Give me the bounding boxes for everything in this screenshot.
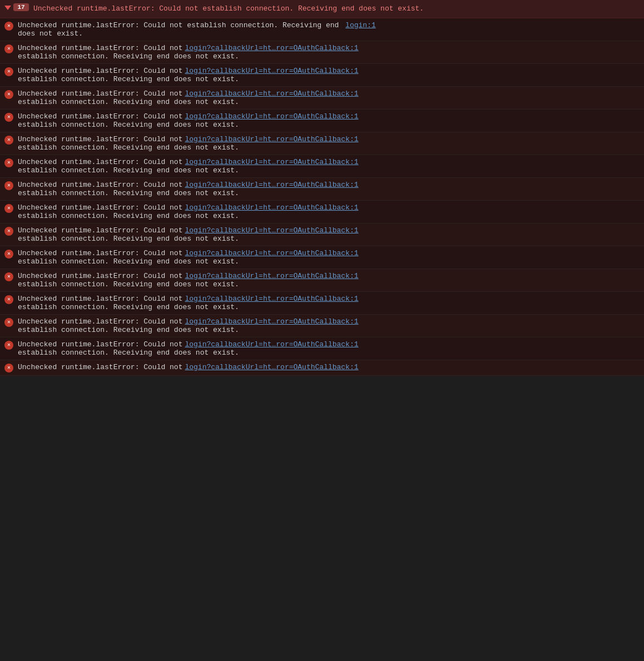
error-source-link[interactable]: login?callbackUrl=ht…ror=OAuthCallback:1 <box>185 272 358 280</box>
error-row-partial: Unchecked runtime.lastError: Could notlo… <box>0 360 644 376</box>
error-icon <box>4 295 13 304</box>
error-source-link[interactable]: login?callbackUrl=ht…ror=OAuthCallback:1 <box>185 181 358 189</box>
error-text-block: Unchecked runtime.lastError: Could notlo… <box>18 90 640 106</box>
error-message-text: Unchecked runtime.lastError: Could not <box>18 44 182 52</box>
error-text-block: Unchecked runtime.lastError: Could notlo… <box>18 135 640 152</box>
error-line-1: Unchecked runtime.lastError: Could notlo… <box>18 363 640 371</box>
error-icon <box>4 272 13 281</box>
error-message-text: Unchecked runtime.lastError: Could not <box>18 340 182 349</box>
error-source-link[interactable]: login?callbackUrl=ht…ror=OAuthCallback:1 <box>185 90 358 98</box>
error-line-2: establish connection. Receiving end does… <box>18 257 640 266</box>
error-line-2: establish connection. Receiving end does… <box>18 349 640 357</box>
error-icon <box>4 364 13 372</box>
error-line-2: establish connection. Receiving end does… <box>18 143 640 152</box>
error-text-block: Unchecked runtime.lastError: Could notlo… <box>18 203 640 220</box>
error-line-1: Unchecked runtime.lastError: Could notlo… <box>18 67 640 75</box>
error-text-block: Unchecked runtime.lastError: Could notlo… <box>18 317 640 334</box>
error-message-text: Unchecked runtime.lastError: Could not <box>18 363 182 371</box>
error-message-text: Unchecked runtime.lastError: Could not <box>18 181 182 189</box>
error-message-text: Unchecked runtime.lastError: Could not <box>18 317 182 326</box>
error-row: Unchecked runtime.lastError: Could notlo… <box>0 223 644 246</box>
error-row: Unchecked runtime.lastError: Could notlo… <box>0 269 644 292</box>
error-message-text: Unchecked runtime.lastError: Could not <box>18 249 182 257</box>
error-message-text: Unchecked runtime.lastError: Could not <box>18 295 182 303</box>
error-line-1: Unchecked runtime.lastError: Could not e… <box>18 21 640 29</box>
error-count-badge: 17 <box>13 3 29 11</box>
error-source-link[interactable]: login?callbackUrl=ht…ror=OAuthCallback:1 <box>185 67 358 75</box>
summary-badge: 17 <box>4 3 29 11</box>
error-row: Unchecked runtime.lastError: Could notlo… <box>0 178 644 201</box>
error-line-2: establish connection. Receiving end does… <box>18 121 640 129</box>
error-text-block: Unchecked runtime.lastError: Could notlo… <box>18 158 640 175</box>
error-icon <box>4 250 13 259</box>
error-line-1: Unchecked runtime.lastError: Could notlo… <box>18 44 640 52</box>
error-line-2: establish connection. Receiving end does… <box>18 189 640 197</box>
error-text-block: Unchecked runtime.lastError: Could notlo… <box>18 340 640 357</box>
error-icon <box>4 341 13 350</box>
error-line-2: does not exist. <box>18 29 640 38</box>
error-line-1: Unchecked runtime.lastError: Could notlo… <box>18 181 640 189</box>
collapse-arrow-icon[interactable] <box>4 6 11 10</box>
error-source-link[interactable]: login?callbackUrl=ht…ror=OAuthCallback:1 <box>185 158 358 166</box>
error-line-2: establish connection. Receiving end does… <box>18 235 640 243</box>
error-message-text: Unchecked runtime.lastError: Could not <box>18 67 182 75</box>
error-row: Unchecked runtime.lastError: Could notlo… <box>0 64 644 87</box>
error-line-1: Unchecked runtime.lastError: Could notlo… <box>18 272 640 280</box>
error-text-block: Unchecked runtime.lastError: Could notlo… <box>18 226 640 243</box>
error-icon <box>4 113 13 122</box>
error-row: Unchecked runtime.lastError: Could notlo… <box>0 201 644 223</box>
error-row: Unchecked runtime.lastError: Could notlo… <box>0 315 644 337</box>
error-icon <box>4 158 13 167</box>
error-icon <box>4 227 13 236</box>
error-source-link[interactable]: login?callbackUrl=ht…ror=OAuthCallback:1 <box>185 363 358 371</box>
error-line-1: Unchecked runtime.lastError: Could notlo… <box>18 90 640 98</box>
error-message-text: Unchecked runtime.lastError: Could not <box>18 203 182 212</box>
error-message-text: Unchecked runtime.lastError: Could not <box>18 90 182 98</box>
error-message-text: Unchecked runtime.lastError: Could not <box>18 135 182 143</box>
error-line-2: establish connection. Receiving end does… <box>18 280 640 289</box>
error-line-1: Unchecked runtime.lastError: Could notlo… <box>18 340 640 349</box>
error-line-1: Unchecked runtime.lastError: Could notlo… <box>18 203 640 212</box>
error-line-1: Unchecked runtime.lastError: Could notlo… <box>18 158 640 166</box>
error-line-1: Unchecked runtime.lastError: Could notlo… <box>18 249 640 257</box>
summary-row: 17 Unchecked runtime.lastError: Could no… <box>0 0 644 18</box>
error-row: Unchecked runtime.lastError: Could notlo… <box>0 155 644 178</box>
error-line-2: establish connection. Receiving end does… <box>18 98 640 106</box>
error-source-link[interactable]: login?callbackUrl=ht…ror=OAuthCallback:1 <box>185 317 358 326</box>
error-text-block: Unchecked runtime.lastError: Could notlo… <box>18 249 640 266</box>
error-text-block: Unchecked runtime.lastError: Could notlo… <box>18 272 640 289</box>
error-source-link[interactable]: login?callbackUrl=ht…ror=OAuthCallback:1 <box>185 112 358 121</box>
error-line-2: establish connection. Receiving end does… <box>18 52 640 61</box>
error-message-text: Unchecked runtime.lastError: Could not <box>18 272 182 280</box>
error-source-link[interactable]: login?callbackUrl=ht…ror=OAuthCallback:1 <box>185 295 358 303</box>
error-source-link[interactable]: login?callbackUrl=ht…ror=OAuthCallback:1 <box>185 340 358 349</box>
error-message-text: Unchecked runtime.lastError: Could not <box>18 158 182 166</box>
error-line-1: Unchecked runtime.lastError: Could notlo… <box>18 317 640 326</box>
error-line-2: establish connection. Receiving end does… <box>18 75 640 83</box>
error-row: Unchecked runtime.lastError: Could notlo… <box>0 41 644 64</box>
error-source-link[interactable]: login?callbackUrl=ht…ror=OAuthCallback:1 <box>185 44 358 52</box>
error-text-block: Unchecked runtime.lastError: Could notlo… <box>18 112 640 129</box>
error-text-block: Unchecked runtime.lastError: Could notlo… <box>18 363 640 371</box>
error-text-block: Unchecked runtime.lastError: Could not e… <box>18 21 640 38</box>
error-text-block: Unchecked runtime.lastError: Could notlo… <box>18 181 640 197</box>
error-row: Unchecked runtime.lastError: Could notlo… <box>0 292 644 315</box>
error-message-text: Unchecked runtime.lastError: Could not <box>18 226 182 235</box>
error-source-link[interactable]: login:1 <box>345 21 376 29</box>
error-source-link[interactable]: login?callbackUrl=ht…ror=OAuthCallback:1 <box>185 249 358 257</box>
error-icon <box>4 204 13 213</box>
error-row: Unchecked runtime.lastError: Could notlo… <box>0 246 644 269</box>
error-line-1: Unchecked runtime.lastError: Could notlo… <box>18 112 640 121</box>
error-icon <box>4 90 13 99</box>
error-source-link[interactable]: login?callbackUrl=ht…ror=OAuthCallback:1 <box>185 203 358 212</box>
error-message-text: Unchecked runtime.lastError: Could not e… <box>18 21 343 29</box>
error-icon <box>4 67 13 76</box>
error-row: Unchecked runtime.lastError: Could notlo… <box>0 337 644 360</box>
error-icon <box>4 318 13 327</box>
error-source-link[interactable]: login?callbackUrl=ht…ror=OAuthCallback:1 <box>185 135 358 143</box>
error-source-link[interactable]: login?callbackUrl=ht…ror=OAuthCallback:1 <box>185 226 358 235</box>
error-row: Unchecked runtime.lastError: Could notlo… <box>0 132 644 155</box>
error-icon <box>4 44 13 53</box>
error-row: Unchecked runtime.lastError: Could not e… <box>0 18 644 41</box>
error-icon <box>4 181 13 190</box>
